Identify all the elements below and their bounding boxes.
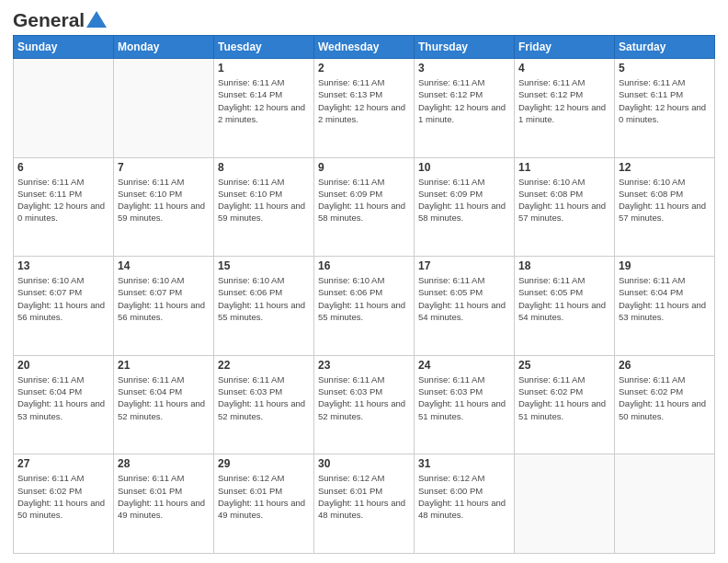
day-info: Sunrise: 6:11 AM Sunset: 6:13 PM Dayligh… [318, 76, 410, 125]
calendar-week-row: 13Sunrise: 6:10 AM Sunset: 6:07 PM Dayli… [14, 257, 715, 356]
calendar-day-header: Saturday [615, 36, 715, 59]
calendar-cell [515, 454, 615, 554]
calendar-cell: 9Sunrise: 6:11 AM Sunset: 6:09 PM Daylig… [314, 157, 415, 257]
calendar-cell [114, 59, 214, 158]
day-number: 5 [619, 62, 711, 75]
calendar-cell: 19Sunrise: 6:11 AM Sunset: 6:04 PM Dayli… [615, 257, 715, 356]
day-number: 16 [318, 259, 410, 272]
calendar-cell: 30Sunrise: 6:12 AM Sunset: 6:01 PM Dayli… [314, 454, 415, 554]
day-number: 7 [118, 161, 210, 174]
day-number: 15 [218, 259, 310, 272]
day-number: 6 [17, 161, 109, 174]
day-number: 22 [218, 359, 310, 372]
calendar-cell [615, 454, 715, 554]
calendar-cell: 27Sunrise: 6:11 AM Sunset: 6:02 PM Dayli… [14, 454, 114, 554]
calendar-cell: 15Sunrise: 6:10 AM Sunset: 6:06 PM Dayli… [214, 257, 314, 356]
day-info: Sunrise: 6:11 AM Sunset: 6:04 PM Dayligh… [17, 373, 109, 422]
day-info: Sunrise: 6:11 AM Sunset: 6:01 PM Dayligh… [118, 472, 210, 521]
day-number: 12 [619, 161, 711, 174]
day-number: 14 [118, 259, 210, 272]
calendar-cell: 4Sunrise: 6:11 AM Sunset: 6:12 PM Daylig… [515, 59, 615, 158]
calendar-day-header: Sunday [14, 36, 114, 59]
calendar-week-row: 6Sunrise: 6:11 AM Sunset: 6:11 PM Daylig… [14, 157, 715, 257]
calendar-cell: 14Sunrise: 6:10 AM Sunset: 6:07 PM Dayli… [114, 257, 214, 356]
day-number: 19 [619, 259, 711, 272]
calendar-cell: 13Sunrise: 6:10 AM Sunset: 6:07 PM Dayli… [14, 257, 114, 356]
calendar-cell: 1Sunrise: 6:11 AM Sunset: 6:14 PM Daylig… [214, 59, 314, 158]
day-info: Sunrise: 6:11 AM Sunset: 6:09 PM Dayligh… [418, 176, 510, 224]
calendar-cell: 6Sunrise: 6:11 AM Sunset: 6:11 PM Daylig… [14, 157, 114, 257]
day-info: Sunrise: 6:11 AM Sunset: 6:04 PM Dayligh… [118, 373, 210, 422]
day-info: Sunrise: 6:11 AM Sunset: 6:05 PM Dayligh… [518, 274, 610, 323]
calendar-header-row: SundayMondayTuesdayWednesdayThursdayFrid… [14, 36, 715, 59]
day-number: 27 [17, 457, 109, 470]
day-info: Sunrise: 6:12 AM Sunset: 6:01 PM Dayligh… [318, 472, 410, 521]
day-info: Sunrise: 6:10 AM Sunset: 6:08 PM Dayligh… [619, 176, 711, 224]
day-number: 31 [418, 457, 510, 470]
calendar-week-row: 27Sunrise: 6:11 AM Sunset: 6:02 PM Dayli… [14, 454, 715, 554]
day-info: Sunrise: 6:11 AM Sunset: 6:09 PM Dayligh… [318, 176, 410, 224]
day-info: Sunrise: 6:11 AM Sunset: 6:02 PM Dayligh… [518, 373, 610, 422]
calendar-cell: 16Sunrise: 6:10 AM Sunset: 6:06 PM Dayli… [314, 257, 415, 356]
page: General SundayMondayTuesdayWednesdayThur… [0, 0, 728, 563]
calendar-cell: 26Sunrise: 6:11 AM Sunset: 6:02 PM Dayli… [615, 355, 715, 454]
calendar-day-header: Friday [515, 36, 615, 59]
day-info: Sunrise: 6:11 AM Sunset: 6:12 PM Dayligh… [418, 76, 510, 125]
calendar-day-header: Thursday [415, 36, 515, 59]
day-info: Sunrise: 6:11 AM Sunset: 6:11 PM Dayligh… [619, 76, 711, 125]
calendar-cell: 18Sunrise: 6:11 AM Sunset: 6:05 PM Dayli… [515, 257, 615, 356]
day-number: 29 [218, 457, 310, 470]
calendar-cell: 10Sunrise: 6:11 AM Sunset: 6:09 PM Dayli… [415, 157, 515, 257]
calendar-day-header: Monday [114, 36, 214, 59]
day-info: Sunrise: 6:11 AM Sunset: 6:02 PM Dayligh… [619, 373, 711, 422]
day-info: Sunrise: 6:11 AM Sunset: 6:03 PM Dayligh… [318, 373, 410, 422]
day-info: Sunrise: 6:10 AM Sunset: 6:08 PM Dayligh… [518, 176, 610, 224]
day-info: Sunrise: 6:11 AM Sunset: 6:02 PM Dayligh… [17, 472, 109, 521]
day-number: 25 [518, 359, 610, 372]
calendar-cell: 23Sunrise: 6:11 AM Sunset: 6:03 PM Dayli… [314, 355, 415, 454]
calendar-week-row: 1Sunrise: 6:11 AM Sunset: 6:14 PM Daylig… [14, 59, 715, 158]
day-info: Sunrise: 6:11 AM Sunset: 6:11 PM Dayligh… [17, 176, 109, 224]
day-info: Sunrise: 6:11 AM Sunset: 6:14 PM Dayligh… [218, 76, 310, 125]
calendar-cell: 20Sunrise: 6:11 AM Sunset: 6:04 PM Dayli… [14, 355, 114, 454]
calendar-cell: 11Sunrise: 6:10 AM Sunset: 6:08 PM Dayli… [515, 157, 615, 257]
day-info: Sunrise: 6:11 AM Sunset: 6:12 PM Dayligh… [518, 76, 610, 125]
day-info: Sunrise: 6:11 AM Sunset: 6:10 PM Dayligh… [218, 176, 310, 224]
calendar-day-header: Wednesday [314, 36, 415, 59]
day-number: 26 [619, 359, 711, 372]
day-info: Sunrise: 6:11 AM Sunset: 6:04 PM Dayligh… [619, 274, 711, 323]
day-number: 2 [318, 62, 410, 75]
day-info: Sunrise: 6:11 AM Sunset: 6:03 PM Dayligh… [418, 373, 510, 422]
day-info: Sunrise: 6:10 AM Sunset: 6:06 PM Dayligh… [318, 274, 410, 323]
day-number: 9 [318, 161, 410, 174]
calendar-cell: 29Sunrise: 6:12 AM Sunset: 6:01 PM Dayli… [214, 454, 314, 554]
calendar-table: SundayMondayTuesdayWednesdayThursdayFrid… [13, 35, 715, 554]
day-number: 20 [17, 359, 109, 372]
calendar-cell: 7Sunrise: 6:11 AM Sunset: 6:10 PM Daylig… [114, 157, 214, 257]
calendar-cell: 24Sunrise: 6:11 AM Sunset: 6:03 PM Dayli… [415, 355, 515, 454]
day-number: 21 [118, 359, 210, 372]
calendar-cell: 2Sunrise: 6:11 AM Sunset: 6:13 PM Daylig… [314, 59, 415, 158]
day-number: 4 [518, 62, 610, 75]
day-number: 24 [418, 359, 510, 372]
day-number: 13 [17, 259, 109, 272]
day-number: 11 [518, 161, 610, 174]
day-number: 1 [218, 62, 310, 75]
day-info: Sunrise: 6:11 AM Sunset: 6:03 PM Dayligh… [218, 373, 310, 422]
day-number: 3 [418, 62, 510, 75]
logo-arrow-icon [86, 11, 107, 28]
calendar-cell: 31Sunrise: 6:12 AM Sunset: 6:00 PM Dayli… [415, 454, 515, 554]
day-number: 18 [518, 259, 610, 272]
calendar-cell: 22Sunrise: 6:11 AM Sunset: 6:03 PM Dayli… [214, 355, 314, 454]
calendar-cell: 3Sunrise: 6:11 AM Sunset: 6:12 PM Daylig… [415, 59, 515, 158]
day-number: 23 [318, 359, 410, 372]
day-number: 8 [218, 161, 310, 174]
calendar-cell: 25Sunrise: 6:11 AM Sunset: 6:02 PM Dayli… [515, 355, 615, 454]
calendar-day-header: Tuesday [214, 36, 314, 59]
day-info: Sunrise: 6:12 AM Sunset: 6:01 PM Dayligh… [218, 472, 310, 521]
calendar-cell: 5Sunrise: 6:11 AM Sunset: 6:11 PM Daylig… [615, 59, 715, 158]
calendar-cell: 8Sunrise: 6:11 AM Sunset: 6:10 PM Daylig… [214, 157, 314, 257]
calendar-cell: 12Sunrise: 6:10 AM Sunset: 6:08 PM Dayli… [615, 157, 715, 257]
header: General [13, 9, 715, 28]
logo: General [13, 9, 107, 28]
